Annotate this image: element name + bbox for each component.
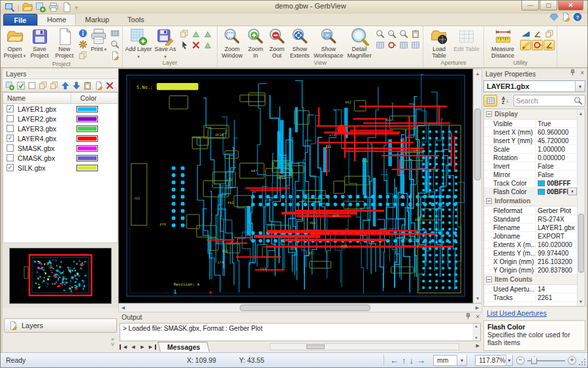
- layer-copy-icon[interactable]: [178, 29, 189, 39]
- vertical-scroll-thumb[interactable]: [474, 109, 481, 180]
- next-message-icon[interactable]: ▶: [138, 343, 147, 351]
- layer-visibility-checkbox[interactable]: ✓: [7, 105, 14, 112]
- property-row[interactable]: Flash Color00BFFF▾: [484, 188, 578, 196]
- property-search-box[interactable]: [514, 95, 585, 107]
- collapse-icon[interactable]: [486, 276, 492, 282]
- zoom-window-button[interactable]: Zoom Window: [220, 27, 245, 59]
- combo-dropdown-icon[interactable]: ▼: [575, 81, 585, 92]
- pin-icon[interactable]: [465, 313, 472, 322]
- zoom-selection-icon[interactable]: [386, 29, 397, 39]
- properties-scroll-thumb[interactable]: [578, 214, 584, 273]
- property-row[interactable]: Y Origin (mm)200.837800: [484, 266, 578, 275]
- measure-center-icon[interactable]: [532, 40, 543, 50]
- layer-row[interactable]: ✓LAYER4.gbx: [3, 133, 118, 143]
- tab-home[interactable]: Home: [37, 14, 76, 25]
- tab-tools[interactable]: Tools: [118, 14, 154, 25]
- combo-dropdown-icon[interactable]: ▼: [506, 355, 512, 365]
- layer-select-combo[interactable]: LAYER1.gbx ▼: [483, 80, 585, 92]
- save-as-button[interactable]: Save As: [153, 27, 178, 59]
- collapse-icon[interactable]: [486, 111, 492, 117]
- add-layer-quick-icon[interactable]: [35, 3, 46, 12]
- property-row[interactable]: StandardRS-274X: [484, 215, 578, 224]
- pan-up-icon[interactable]: ↑: [402, 356, 406, 365]
- property-row[interactable]: MirrorFalse: [484, 171, 578, 179]
- layer-row[interactable]: ✓LAYER1.gbx: [3, 104, 118, 114]
- canvas-vertical-scrollbar[interactable]: ▲ ▼: [473, 69, 482, 303]
- combo-dropdown-icon[interactable]: ▼: [457, 355, 466, 365]
- output-tab-scroll-thumb[interactable]: [306, 344, 325, 349]
- zoom-out-button[interactable]: Zoom Out: [267, 27, 287, 59]
- property-row[interactable]: JobnameEXPORT: [484, 232, 578, 241]
- layer-select-icon[interactable]: [178, 40, 189, 50]
- layer-delete-icon[interactable]: [190, 40, 201, 50]
- scroll-up-icon[interactable]: ▲: [474, 69, 482, 78]
- list-used-apertures-link[interactable]: List Used Apertures: [483, 308, 585, 319]
- column-header-color[interactable]: Color: [71, 93, 118, 103]
- project-copy-icon[interactable]: [77, 50, 88, 61]
- layer-align-icon[interactable]: [190, 29, 201, 39]
- pan-down-icon[interactable]: ↓: [410, 356, 414, 365]
- move-layer-down-icon[interactable]: [71, 80, 82, 91]
- layer-row[interactable]: SMASK.gbx: [3, 143, 118, 153]
- duplicate-layer-icon[interactable]: [48, 80, 59, 91]
- highlight-aperture-icon[interactable]: [386, 40, 397, 50]
- property-row[interactable]: Extents Y (m...99.974400: [484, 249, 578, 258]
- zoom-in-button[interactable]: Zoom In: [246, 27, 267, 59]
- layer-color-swatch[interactable]: [76, 145, 98, 152]
- open-quick-icon[interactable]: [22, 3, 33, 12]
- layer-visibility-checkbox[interactable]: [7, 144, 14, 152]
- uncheck-all-layers-icon[interactable]: [26, 80, 37, 91]
- delete-layer-icon[interactable]: [104, 80, 115, 91]
- layer-row[interactable]: ✓SILK.gbx: [3, 163, 118, 173]
- property-row[interactable]: VisibleTrue: [484, 120, 578, 128]
- layer-mirror-icon[interactable]: [202, 40, 213, 50]
- print-edit-icon[interactable]: [109, 50, 120, 61]
- first-message-icon[interactable]: ◀: [120, 344, 129, 350]
- property-row[interactable]: Scale1.000000: [484, 145, 578, 154]
- property-row[interactable]: InvertFalse: [484, 162, 578, 171]
- load-table-button[interactable]: Load Table: [425, 27, 453, 59]
- property-row[interactable]: X Origin (mm)216.103200: [484, 258, 578, 266]
- print-preview-icon[interactable]: [109, 39, 120, 50]
- measure-distance-button[interactable]: Measure Distance: [486, 27, 519, 59]
- utility-angle-icon[interactable]: [532, 29, 543, 39]
- property-category[interactable]: Display: [484, 109, 578, 120]
- show-extents-button[interactable]: Show Extents: [288, 27, 312, 59]
- scroll-down-icon[interactable]: ▼: [578, 297, 584, 306]
- close-button[interactable]: ✕: [558, 1, 583, 10]
- qat-customize-arrow[interactable]: ▾: [74, 4, 79, 11]
- output-tab-scrollbar[interactable]: [270, 343, 459, 350]
- layer-row[interactable]: CMASK.gbx: [3, 153, 118, 163]
- property-row[interactable]: Extents X (m...160.020000: [484, 241, 578, 249]
- unit-select[interactable]: mm ▼: [433, 355, 467, 366]
- search-input[interactable]: [516, 97, 574, 105]
- scroll-left-icon[interactable]: ◀: [119, 304, 127, 312]
- properties-scrollbar[interactable]: ▲ ▼: [577, 109, 585, 306]
- zoom-window-quick-icon[interactable]: [4, 3, 15, 12]
- property-row[interactable]: FileformatGerber Plot: [484, 207, 578, 215]
- scroll-down-icon[interactable]: ▼: [474, 294, 482, 303]
- collapse-icon[interactable]: [486, 198, 492, 204]
- grid-toggle-icon[interactable]: [398, 40, 409, 50]
- print-setup-icon[interactable]: [109, 28, 120, 39]
- layer-visibility-checkbox[interactable]: ✓: [7, 164, 14, 171]
- project-info-icon[interactable]: [77, 28, 88, 39]
- property-row[interactable]: Track Color00BFFF: [484, 179, 578, 188]
- layer-color-swatch[interactable]: [76, 155, 98, 161]
- pan-left-icon[interactable]: ←: [390, 356, 399, 365]
- preview-quick-icon[interactable]: [61, 3, 73, 12]
- pan-view-icon[interactable]: [410, 29, 421, 39]
- layer-visibility-checkbox[interactable]: [7, 125, 14, 132]
- minimize-button[interactable]: —: [521, 1, 539, 10]
- canvas-horizontal-scrollbar[interactable]: ◀ ▶: [118, 303, 482, 312]
- scroll-right-icon[interactable]: ▶: [473, 304, 482, 312]
- zoom-level-select[interactable]: 117.87% ▼: [475, 355, 513, 366]
- layer-visibility-checkbox[interactable]: [7, 154, 14, 161]
- property-row[interactable]: Rotation0.000000: [484, 154, 578, 162]
- value-dropdown-button[interactable]: ▾: [568, 188, 577, 195]
- zoom-slider-thumb[interactable]: [531, 356, 537, 364]
- tab-file[interactable]: File: [3, 14, 37, 25]
- layer-scale-icon[interactable]: [202, 29, 213, 39]
- property-row[interactable]: Used Apertu...14: [484, 285, 578, 293]
- layer-color-swatch[interactable]: [76, 125, 98, 132]
